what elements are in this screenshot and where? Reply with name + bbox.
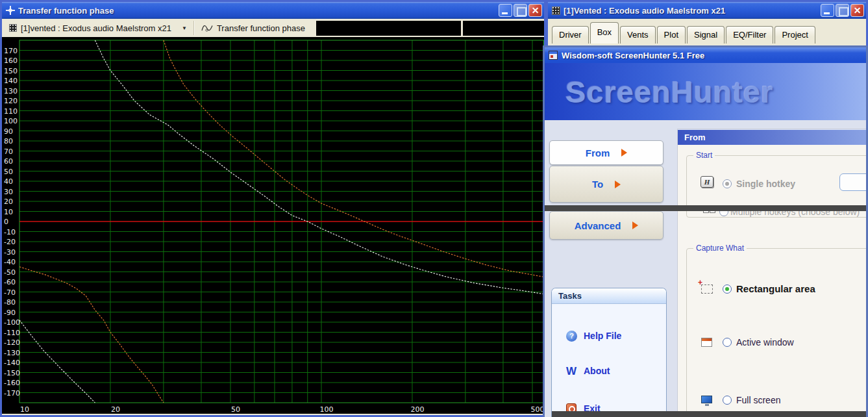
y-tick-label: 110 <box>4 107 18 116</box>
rectangular-area-label[interactable]: Rectangular area <box>736 283 815 294</box>
capture-what-legend: Capture What <box>693 244 747 253</box>
func-toolbar: [1]vented : Exodus audio Maelstrom x21 ▼… <box>2 19 544 37</box>
rectangular-area-icon <box>701 284 713 294</box>
tab-driver[interactable]: Driver <box>552 26 589 44</box>
single-hotkey-label[interactable]: Single hotkey <box>736 179 795 189</box>
screenhunter-app-icon <box>549 51 558 60</box>
tab-signal[interactable]: Signal <box>687 26 725 44</box>
full-screen-label[interactable]: Full screen <box>736 395 780 405</box>
hotkey-key-icon: H <box>701 176 713 188</box>
screenhunter-titlebar[interactable]: Wisdom-soft ScreenHunter 5.1 Free <box>545 47 866 63</box>
capture-what-group: Capture What <box>686 248 868 417</box>
tab-eq-filter[interactable]: EQ/Filter <box>726 26 773 44</box>
y-tick-label: -170 <box>4 389 20 398</box>
y-tick-label: -130 <box>4 349 20 357</box>
y-tick-label: 10 <box>4 208 13 216</box>
y-tick-label: 70 <box>4 147 13 156</box>
box-window-titlebar[interactable]: [1]Vented : Exodus audio Maelstrom x21 ✕ <box>548 2 866 19</box>
from-panel: From Start H Single hotkey F 4 5 Multipl… <box>677 129 868 417</box>
tab-box[interactable]: Box <box>590 22 619 44</box>
screenhunter-title: Wisdom-soft ScreenHunter 5.1 Free <box>562 51 704 60</box>
phase-plot: 1701601501401301201101009080706050403020… <box>2 37 544 414</box>
arrow-right-icon <box>621 149 627 157</box>
active-window-label[interactable]: Active window <box>736 337 794 348</box>
arrow-right-icon <box>632 221 638 229</box>
project-combo-value: [1]vented : Exodus audio Maelstrom x21 <box>21 23 171 33</box>
nav-button-label: To <box>592 179 603 190</box>
screenhunter-window: Wisdom-soft ScreenHunter 5.1 Free Screen… <box>543 45 868 417</box>
app-icon <box>552 6 560 15</box>
nav-button-label: Advanced <box>575 220 621 231</box>
y-tick-label: 140 <box>4 77 18 85</box>
func-window-titlebar[interactable]: Transfer function phase ✕ <box>2 2 544 19</box>
task-help-file[interactable]: ? Help File <box>552 327 666 344</box>
close-button[interactable]: ✕ <box>850 4 864 17</box>
nav-button-advanced[interactable]: Advanced <box>549 211 663 240</box>
screenhunter-banner: ScreenHunter <box>545 63 866 120</box>
active-window-radio[interactable] <box>723 338 732 347</box>
y-tick-label: -140 <box>4 359 20 367</box>
minimize-button[interactable] <box>499 4 512 17</box>
plot-background <box>2 37 544 414</box>
graph-type-combo[interactable]: Transfer function phase ▼ <box>196 20 326 36</box>
y-tick-label: 20 <box>4 197 13 206</box>
task-about[interactable]: W About <box>552 362 666 379</box>
project-combo[interactable]: [1]vented : Exodus audio Maelstrom x21 ▼ <box>4 20 192 36</box>
y-tick-label: -90 <box>4 309 16 317</box>
y-tick-label: -70 <box>4 288 16 297</box>
overlay-dark-bar-bottom <box>552 411 868 417</box>
transfer-function-phase-window: Transfer function phase ✕ [1]vented : Ex… <box>0 0 546 417</box>
task-label[interactable]: Help File <box>584 331 621 341</box>
y-tick-label: 80 <box>4 137 13 145</box>
tab-project[interactable]: Project <box>775 26 815 44</box>
tab-plot[interactable]: Plot <box>657 26 686 44</box>
task-label[interactable]: About <box>584 366 610 376</box>
y-tick-label: 60 <box>4 157 13 166</box>
crosshair-icon <box>6 6 15 15</box>
y-tick-label: 170 <box>4 47 18 55</box>
nav-button-to[interactable]: To <box>549 166 663 203</box>
y-tick-label: -120 <box>4 338 20 347</box>
minimize-button[interactable] <box>821 4 834 17</box>
y-tick-label: -160 <box>4 379 20 387</box>
x-tick-label: 500 <box>531 405 544 414</box>
hotkey-assign-button[interactable]: F <box>839 173 868 191</box>
box-window-tabstrip: DriverBoxVentsPlotSignalEQ/FilterProject <box>548 19 866 45</box>
full-screen-radio[interactable] <box>723 396 732 405</box>
active-window-icon <box>701 338 712 347</box>
phase-plot-svg: 1701601501401301201101009080706050403020… <box>2 37 544 414</box>
maximize-button[interactable] <box>514 4 527 17</box>
y-tick-label: 30 <box>4 188 13 196</box>
nav-button-label: From <box>586 147 610 158</box>
y-tick-label: -80 <box>4 298 16 307</box>
sine-wave-icon <box>201 23 213 32</box>
y-tick-label: 150 <box>4 67 18 75</box>
y-tick-label: -10 <box>4 228 16 236</box>
rectangular-area-radio[interactable] <box>723 284 732 294</box>
tasks-panel: Tasks ? Help File W About Exit <box>551 288 667 417</box>
box-window-title: [1]Vented : Exodus audio Maelstrom x21 <box>564 6 821 16</box>
y-tick-label: -40 <box>4 258 16 266</box>
y-tick-label: -150 <box>4 369 20 377</box>
y-tick-label: 40 <box>4 177 13 186</box>
maximize-button[interactable] <box>836 4 849 17</box>
project-icon <box>9 24 17 32</box>
x-tick-label: 20 <box>111 405 120 414</box>
y-tick-label: -60 <box>4 278 16 286</box>
tab-vents[interactable]: Vents <box>620 26 656 44</box>
readout-display-2 <box>463 21 544 36</box>
x-tick-label: 200 <box>410 405 424 414</box>
start-group-legend: Start <box>693 151 715 160</box>
chevron-down-icon[interactable]: ▼ <box>182 25 187 31</box>
y-tick-label: 160 <box>4 57 18 65</box>
y-tick-label: 120 <box>4 97 18 105</box>
desktop: Transfer function phase ✕ [1]vented : Ex… <box>0 0 868 417</box>
y-tick-label: 50 <box>4 168 13 176</box>
close-button[interactable]: ✕ <box>528 4 542 17</box>
banner-wordmark: ScreenHunter <box>565 74 773 110</box>
nav-button-from[interactable]: From <box>549 140 663 165</box>
y-tick-label: -30 <box>4 248 16 257</box>
y-tick-label: 100 <box>4 117 18 125</box>
from-panel-header: From <box>678 129 868 145</box>
single-hotkey-radio[interactable] <box>723 179 732 188</box>
